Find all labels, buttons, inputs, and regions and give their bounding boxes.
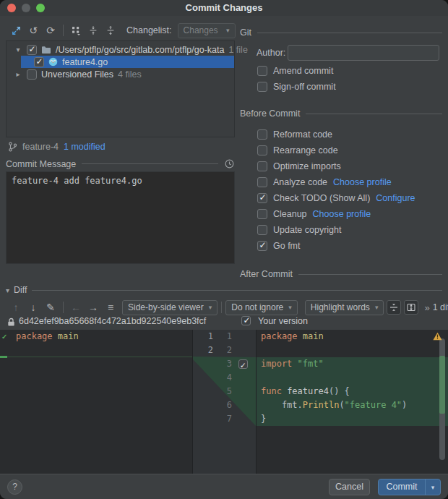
unversioned-checkbox[interactable]	[27, 69, 37, 80]
your-version-checkbox[interactable]	[241, 316, 251, 325]
viewer-mode-select[interactable]: Side-by-side viewer ▾	[122, 300, 217, 315]
jump-to-source-button[interactable]: ✎	[42, 299, 59, 315]
chevron-down-icon[interactable]: ▾	[14, 46, 22, 54]
tree-row-unversioned[interactable]: ▸ Unversioned Files 4 files	[7, 68, 234, 80]
reformat-row: Reformat code	[257, 129, 332, 140]
file-name: feature4.go	[62, 57, 108, 67]
group-by-button[interactable]	[67, 22, 85, 38]
commit-button[interactable]: Commit	[379, 479, 425, 495]
modified-files-link[interactable]: 1 modified	[64, 142, 105, 152]
choose-profile-link[interactable]: Choose profile	[333, 177, 392, 187]
cleanup-row: Cleanup Choose profile	[257, 208, 371, 220]
signoff-commit-checkbox[interactable]	[257, 82, 267, 92]
commit-message-input[interactable]: feature-4 add feature4.go	[6, 171, 235, 264]
changelist-value: Changes	[184, 25, 218, 35]
before-commit-header: Before Commit	[240, 108, 442, 119]
arrow-right-icon: →	[88, 302, 98, 313]
optimize-imports-row: Optimize imports	[257, 161, 341, 172]
your-version-label: Your version	[258, 316, 308, 326]
diff-left-pane[interactable]: ✓✓ package main	[0, 330, 193, 474]
collapse-unchanged-toggle[interactable]	[387, 300, 401, 315]
branch-name: feature-4	[22, 142, 59, 152]
whitespace-mode-select[interactable]: Do not ignore ▾	[225, 300, 298, 315]
go-file-icon	[48, 57, 58, 67]
scrollbar[interactable]	[439, 334, 446, 469]
rollback-button[interactable]: ↺	[25, 22, 42, 38]
changes-tree: ▾ /Users/ptflp/go/src/gitlab.com/ptflp/g…	[6, 40, 235, 137]
previous-difference-button[interactable]: ↑	[7, 299, 25, 315]
group-by-icon	[71, 25, 81, 35]
refresh-icon: ⟳	[46, 25, 55, 36]
go-fmt-checkbox[interactable]	[257, 241, 267, 251]
optimize-imports-checkbox[interactable]	[257, 161, 267, 171]
amend-commit-checkbox[interactable]	[257, 66, 267, 76]
collapse-unchanged-icon	[389, 303, 398, 312]
edit-pencil-icon: ✎	[46, 302, 55, 313]
history-clock-icon[interactable]	[224, 158, 235, 169]
file-checkbox[interactable]	[34, 57, 44, 67]
question-icon: ?	[12, 482, 17, 492]
toolbar-overflow-icon[interactable]: »	[424, 302, 429, 313]
commit-message-header: Commit Message	[6, 158, 235, 169]
include-change-checkbox[interactable]	[238, 359, 248, 369]
rearrange-checkbox[interactable]	[257, 145, 267, 155]
help-button[interactable]: ?	[7, 479, 22, 495]
analyze-code-checkbox[interactable]	[257, 177, 267, 187]
amend-commit-label: Amend commit	[273, 66, 333, 76]
check-todo-checkbox[interactable]	[257, 193, 267, 203]
root-badge: 1 file	[228, 45, 247, 55]
diff-right-pane[interactable]: package main import "fmt" func feature4(…	[257, 330, 448, 474]
author-input[interactable]	[288, 45, 439, 61]
cancel-button[interactable]: Cancel	[329, 479, 370, 495]
previous-change-button[interactable]: ←	[67, 299, 85, 315]
chevron-right-icon[interactable]: ▸	[14, 70, 22, 78]
line-number: 7	[217, 412, 236, 426]
root-checkbox[interactable]	[27, 45, 37, 55]
chevron-down-icon: ▾	[209, 304, 212, 311]
expand-all-button[interactable]	[102, 22, 119, 38]
cleanup-profile-link[interactable]: Choose profile	[313, 209, 371, 219]
chevron-down-icon: ▾	[288, 304, 292, 311]
next-change-button[interactable]: →	[85, 299, 102, 315]
line-number: 3	[217, 357, 236, 371]
rearrange-row: Rearrange code	[257, 145, 338, 156]
configure-link[interactable]: Configure	[376, 193, 415, 203]
go-fmt-row: Go fmt	[257, 240, 301, 252]
line-number: 5	[217, 385, 236, 398]
synchronize-scrolling-icon	[407, 303, 415, 312]
dialog-footer: ? Cancel Commit ▾	[0, 474, 448, 499]
editor-settings-button[interactable]: ≡	[102, 299, 119, 315]
traffic-lights	[7, 4, 45, 12]
analyze-code-row: Analyze code Choose profile	[257, 176, 392, 188]
changelist-select[interactable]: Changes ▾	[178, 23, 236, 38]
code-line: }	[257, 412, 448, 426]
collapse-all-button[interactable]	[85, 22, 102, 38]
arrow-left-icon: ←	[71, 302, 81, 313]
code-line	[257, 371, 448, 385]
chevron-down-icon[interactable]: ▾	[6, 286, 9, 294]
show-diff-button[interactable]	[7, 22, 25, 38]
chevron-down-icon: ▾	[375, 304, 379, 311]
titlebar: Commit Changes	[0, 0, 448, 16]
minimize-button[interactable]	[22, 4, 30, 12]
zoom-button[interactable]	[36, 4, 45, 12]
reformat-checkbox[interactable]	[257, 129, 267, 140]
lock-icon	[7, 317, 15, 327]
settings-list-icon: ≡	[108, 302, 113, 313]
diff-section-header[interactable]: ▾ Diff	[6, 285, 442, 295]
next-difference-button[interactable]: ↓	[25, 299, 42, 315]
highlight-mode-select[interactable]: Highlight words ▾	[305, 300, 384, 315]
chevron-down-icon: ▾	[226, 27, 230, 34]
cleanup-checkbox[interactable]	[257, 209, 267, 219]
tree-row-file[interactable]: feature4.go	[7, 56, 234, 68]
tree-row-root[interactable]: ▾ /Users/ptflp/go/src/gitlab.com/ptflp/g…	[7, 43, 234, 56]
changes-toolbar: ↺ ⟳ Changelist: Changes ▾	[7, 21, 237, 40]
commit-options-arrow[interactable]: ▾	[425, 479, 440, 495]
refresh-button[interactable]: ⟳	[42, 22, 59, 38]
author-label: Author:	[257, 48, 285, 58]
difference-count: 1 difference	[433, 302, 448, 312]
update-copyright-checkbox[interactable]	[257, 225, 267, 235]
synchronize-scrolling-toggle[interactable]	[404, 300, 418, 315]
close-button[interactable]	[7, 4, 16, 12]
diff-title: Diff	[14, 285, 27, 295]
